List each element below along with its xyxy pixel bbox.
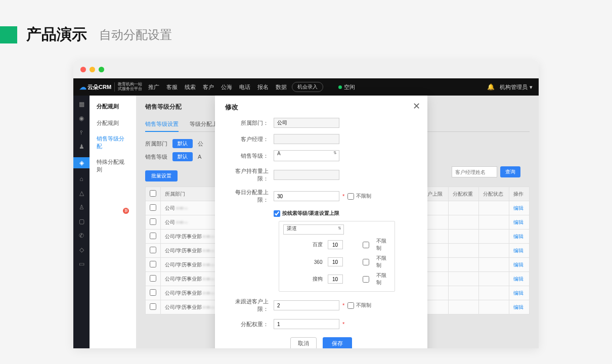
nav-item[interactable]: 客服: [166, 83, 178, 91]
nav-item[interactable]: 推广: [148, 83, 159, 91]
row-checkbox[interactable]: [150, 303, 156, 310]
nav-item[interactable]: 电话: [239, 83, 250, 91]
user-icon[interactable]: ♟: [79, 143, 84, 150]
row-checkbox[interactable]: [150, 275, 156, 282]
settings-icon[interactable]: ◈: [73, 157, 90, 168]
manager-search-input[interactable]: [452, 166, 497, 177]
holding-input[interactable]: [274, 170, 339, 180]
people-icon[interactable]: ♙: [79, 204, 84, 211]
row-checkbox[interactable]: [150, 204, 156, 211]
channel-type-select[interactable]: 渠道: [283, 224, 344, 235]
sidebar-item-rules[interactable]: 分配规则: [90, 115, 136, 131]
col-status: 分配状态: [479, 187, 509, 201]
dept-default-button[interactable]: 默认: [172, 139, 193, 148]
channel-limit-input[interactable]: [328, 257, 343, 266]
minimize-dot[interactable]: [90, 67, 95, 72]
close-dot[interactable]: [80, 67, 86, 72]
notification-badge: 新: [123, 208, 129, 214]
card-icon[interactable]: ▭: [79, 260, 84, 267]
channel-name: 搜狗: [298, 276, 323, 283]
sidebar-item-special[interactable]: 特殊分配规则: [90, 154, 136, 177]
page-title: 产品演示: [26, 24, 87, 45]
channel-limit-input[interactable]: [328, 240, 343, 249]
level-select[interactable]: A: [274, 150, 339, 161]
unfollowed-label: 未跟进客户上限：: [225, 298, 274, 313]
page-subtitle: 自动分配设置: [99, 27, 172, 43]
sidebar-icons: ▦ ◉ ⫯ ♟ ◈ ⌂ △ ♙ ▢ ✆ ◇ ▭: [73, 96, 90, 348]
edit-link[interactable]: 编辑: [513, 290, 523, 296]
shield-icon[interactable]: ◉: [79, 115, 84, 122]
chevron-down-icon: ▾: [530, 84, 533, 90]
save-button[interactable]: 保存: [323, 337, 352, 348]
chart-icon[interactable]: ⫯: [80, 129, 83, 136]
unlimited-label: 不限制: [356, 193, 371, 200]
edit-link[interactable]: 编辑: [513, 304, 523, 310]
select-all-checkbox[interactable]: [150, 190, 156, 197]
window-titlebar: [73, 60, 539, 78]
holding-label: 客户持有量上限：: [225, 167, 274, 183]
channel-unlimited-checkbox[interactable]: [363, 259, 369, 265]
dashboard-icon[interactable]: ▦: [79, 101, 84, 108]
row-checkbox[interactable]: [150, 261, 156, 267]
dept-filter-value: 公: [198, 140, 203, 148]
edit-link[interactable]: 编辑: [513, 248, 523, 253]
row-checkbox[interactable]: [150, 289, 156, 296]
maximize-dot[interactable]: [99, 67, 104, 72]
sidebar-item-sales-level[interactable]: 销售等级分配: [90, 131, 136, 154]
col-action: 操作: [509, 187, 530, 201]
cancel-button[interactable]: 取消: [290, 337, 317, 348]
phone-icon[interactable]: ✆: [79, 232, 84, 239]
channel-unlimited-checkbox[interactable]: [363, 276, 369, 283]
unfollowed-unlimited-checkbox[interactable]: [347, 302, 354, 309]
batch-settings-button[interactable]: 批量设置: [145, 170, 178, 181]
channel-name: 百度: [298, 241, 323, 248]
unlimited-label: 不限制: [356, 302, 371, 309]
weight-input[interactable]: [274, 319, 339, 329]
close-icon[interactable]: ✕: [413, 101, 420, 112]
edit-link[interactable]: 编辑: [513, 219, 523, 225]
sidebar-title: 分配规则: [90, 103, 136, 115]
channel-limit-input[interactable]: [328, 275, 343, 284]
doc-icon[interactable]: ▢: [79, 218, 84, 225]
level-filter-value: A: [198, 154, 201, 160]
brand-name: 云朵CRM: [88, 83, 111, 91]
channel-unlimited-checkbox[interactable]: [363, 242, 369, 248]
nav-item[interactable]: 数据: [276, 83, 287, 91]
weight-label: 分配权重：: [225, 321, 274, 328]
level-label: 销售等级：: [225, 152, 274, 160]
status-indicator-icon: [338, 85, 342, 89]
sidebar-menu: 分配规则 分配规则 销售等级分配 特殊分配规则: [90, 96, 136, 348]
home-icon[interactable]: ⌂: [79, 175, 83, 183]
user-name: 机构管理员: [500, 83, 528, 91]
nav-item[interactable]: 客户: [203, 83, 214, 91]
level-default-button[interactable]: 默认: [172, 152, 193, 161]
by-channel-checkbox[interactable]: [274, 210, 280, 217]
user-menu[interactable]: 机构管理员 ▾: [500, 83, 533, 91]
nav-item[interactable]: 报名: [257, 83, 269, 91]
opportunity-entry-button[interactable]: 机会录入: [292, 82, 323, 92]
bell-icon[interactable]: 🔔: [487, 83, 495, 90]
edit-link[interactable]: 编辑: [513, 205, 523, 211]
required-mark: *: [342, 321, 344, 327]
row-checkbox[interactable]: [150, 247, 156, 253]
unlimited-label: 不限制: [376, 255, 391, 269]
channel-row: 搜狗 不限制: [283, 272, 390, 286]
page-header: 产品演示 自动分配设置: [0, 0, 612, 60]
edit-link[interactable]: 编辑: [513, 262, 523, 267]
tab-level-settings[interactable]: 销售等级设置: [145, 117, 179, 132]
tag-icon[interactable]: ◇: [79, 246, 84, 253]
daily-limit-input[interactable]: [274, 191, 339, 201]
edit-link[interactable]: 编辑: [513, 276, 523, 282]
nav-item[interactable]: 公海: [221, 83, 232, 91]
unfollowed-input[interactable]: [274, 300, 339, 310]
manager-input[interactable]: [274, 134, 339, 144]
row-checkbox[interactable]: [150, 218, 156, 225]
triangle-icon[interactable]: △: [79, 190, 84, 197]
nav-item[interactable]: 线索: [185, 83, 196, 91]
row-checkbox[interactable]: [150, 233, 156, 239]
edit-link[interactable]: 编辑: [513, 234, 523, 239]
dept-input[interactable]: [274, 118, 339, 128]
query-button[interactable]: 查询: [500, 166, 520, 177]
daily-unlimited-checkbox[interactable]: [347, 193, 354, 200]
channel-limits-box: 渠道 百度 不限制 360 不限制 搜狗 不限制: [279, 221, 395, 292]
